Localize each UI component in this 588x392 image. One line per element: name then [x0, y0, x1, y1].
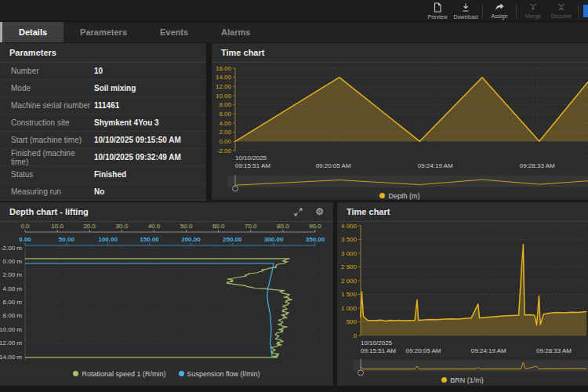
- depth-chart-panel: Depth chart - lifting ⚙ -2.00 m0.00 m2.0…: [0, 202, 333, 386]
- svg-text:6.00: 6.00: [219, 111, 231, 118]
- svg-text:30.0: 30.0: [116, 223, 129, 230]
- legend-item[interactable]: Rotational speed 1 (R/min): [73, 370, 165, 378]
- time-chart-top-navigator[interactable]: [212, 173, 588, 192]
- download-button[interactable]: Download: [452, 2, 480, 20]
- time-chart-bottom-header: Time chart: [337, 202, 588, 222]
- svg-text:300.00: 300.00: [264, 236, 284, 243]
- svg-text:09:15:51 AM: 09:15:51 AM: [235, 162, 270, 169]
- param-row-mode: Mode Soil mixing: [0, 80, 206, 97]
- svg-text:90.0: 90.0: [309, 223, 321, 230]
- expand-icon[interactable]: [294, 208, 303, 216]
- svg-text:2 500: 2 500: [341, 263, 358, 270]
- svg-text:09:20:05 AM: 09:20:05 AM: [406, 347, 441, 354]
- param-row-start: Start (machine time) 10/10/2025 09:15:50…: [0, 132, 206, 149]
- svg-text:14.00 m: 14.00 m: [0, 354, 22, 361]
- time-chart-bottom-plot[interactable]: 4 0003 5003 0002 5002 0001 5001 00050001…: [337, 223, 588, 356]
- toolbar-divider: [516, 4, 517, 18]
- tab-events-label: Events: [160, 27, 188, 37]
- time-chart-bottom-legend: BRN (1/m): [337, 376, 588, 384]
- depth-chart-plot[interactable]: -2.00 m0.00 m2.00 m4.00 m6.00 m8.00 m10.…: [0, 221, 333, 370]
- param-label: Status: [0, 170, 94, 179]
- tab-alarms-label: Alarms: [221, 27, 250, 37]
- toolbar: Preview Download Assign Merge Dissolve: [0, 0, 588, 22]
- svg-text:3 500: 3 500: [341, 236, 358, 243]
- svg-text:70.0: 70.0: [245, 223, 257, 230]
- svg-text:4.00 m: 4.00 m: [3, 285, 23, 292]
- dissolve-icon: [557, 2, 566, 12]
- svg-text:09:24:19 AM: 09:24:19 AM: [418, 162, 453, 169]
- depth-series-label: Depth (m): [388, 192, 419, 200]
- assign-button[interactable]: Assign: [485, 2, 514, 19]
- tab-details[interactable]: Details: [2, 22, 64, 42]
- param-label: Start (machine time): [0, 136, 94, 144]
- svg-text:2.00: 2.00: [219, 129, 231, 136]
- assign-icon: [495, 2, 505, 12]
- brn-series-label: BRN (1/m): [450, 376, 484, 384]
- preview-icon: [433, 2, 442, 13]
- time-chart-top-header: Time chart: [212, 43, 588, 63]
- svg-text:-2.00 m: -2.00 m: [1, 245, 22, 252]
- svg-text:6.00 m: 6.00 m: [3, 299, 23, 306]
- param-label: Number: [0, 67, 94, 75]
- gear-icon[interactable]: ⚙: [315, 207, 324, 216]
- svg-text:150.00: 150.00: [140, 236, 159, 243]
- param-row-number: Number 10: [0, 63, 206, 80]
- param-value: Soil mixing: [94, 84, 136, 93]
- download-label: Download: [453, 14, 477, 20]
- svg-text:0.00: 0.00: [219, 138, 231, 145]
- svg-text:-2.00: -2.00: [217, 147, 232, 154]
- svg-text:10.00 m: 10.00 m: [0, 326, 22, 333]
- legend-item[interactable]: BRN (1/m): [441, 376, 484, 384]
- svg-text:40.0: 40.0: [148, 223, 161, 230]
- svg-text:09:24:19 AM: 09:24:19 AM: [471, 347, 506, 354]
- svg-text:10.0: 10.0: [51, 223, 64, 230]
- svg-text:50.0: 50.0: [180, 223, 193, 230]
- svg-text:16.00: 16.00: [216, 65, 232, 72]
- param-label: Measuring run: [0, 187, 94, 196]
- brn-series-dot: [441, 377, 447, 383]
- legend-item[interactable]: Depth (m): [379, 192, 419, 200]
- param-value: 10/10/2025 09:15:50 AM: [94, 136, 181, 144]
- svg-text:09:28:33 AM: 09:28:33 AM: [520, 162, 555, 169]
- param-label: Machine serial number: [0, 101, 94, 110]
- time-chart-bottom-navigator[interactable]: [337, 358, 588, 376]
- legend-item[interactable]: Suspension flow (l/min): [179, 370, 260, 378]
- svg-text:3 000: 3 000: [341, 250, 358, 257]
- svg-text:60.0: 60.0: [212, 223, 225, 230]
- param-label: Mode: [0, 84, 94, 93]
- rotational-speed-series-dot: [73, 371, 78, 376]
- svg-text:2 000: 2 000: [341, 278, 358, 285]
- time-chart-top-panel: Time chart 16.0014.0012.0010.008.006.004…: [212, 43, 588, 200]
- svg-text:20.0: 20.0: [83, 223, 96, 230]
- svg-text:4 000: 4 000: [341, 223, 358, 230]
- svg-text:0: 0: [354, 332, 358, 339]
- svg-text:09:28:33 AM: 09:28:33 AM: [536, 347, 572, 354]
- svg-text:4.00: 4.00: [219, 120, 231, 127]
- parameters-panel-header: Parameters: [0, 43, 206, 63]
- suspension-flow-series-dot: [179, 371, 184, 376]
- suspension-flow-series-label: Suspension flow (l/min): [187, 370, 260, 378]
- svg-text:350.00: 350.00: [306, 236, 325, 243]
- time-chart-top-plot[interactable]: 16.0014.0012.0010.008.006.004.002.000.00…: [212, 64, 588, 173]
- param-label: Finished (machine time): [0, 149, 94, 166]
- param-value: Finished: [94, 170, 126, 179]
- svg-text:12.00 m: 12.00 m: [0, 339, 22, 347]
- tab-alarms[interactable]: Alarms: [205, 22, 267, 42]
- dissolve-button: Dissolve: [547, 2, 575, 19]
- preview-button[interactable]: Preview: [423, 2, 452, 20]
- clipped-toolbar-button[interactable]: [583, 5, 588, 17]
- svg-text:10/10/2025: 10/10/2025: [235, 154, 267, 162]
- svg-text:0.0: 0.0: [20, 223, 30, 230]
- tab-parameters[interactable]: Parameters: [64, 22, 143, 42]
- preview-label: Preview: [428, 14, 448, 20]
- svg-text:1 000: 1 000: [341, 305, 358, 312]
- tab-events[interactable]: Events: [143, 22, 205, 42]
- svg-text:250.00: 250.00: [223, 236, 242, 243]
- svg-text:100.00: 100.00: [98, 236, 118, 243]
- depth-series-dot: [379, 193, 385, 198]
- param-value: No: [94, 187, 104, 196]
- depth-chart-header: Depth chart - lifting ⚙: [0, 202, 333, 222]
- svg-text:1 500: 1 500: [341, 291, 358, 298]
- svg-text:12.00: 12.00: [216, 83, 232, 90]
- svg-text:09:15:51 AM: 09:15:51 AM: [361, 347, 396, 354]
